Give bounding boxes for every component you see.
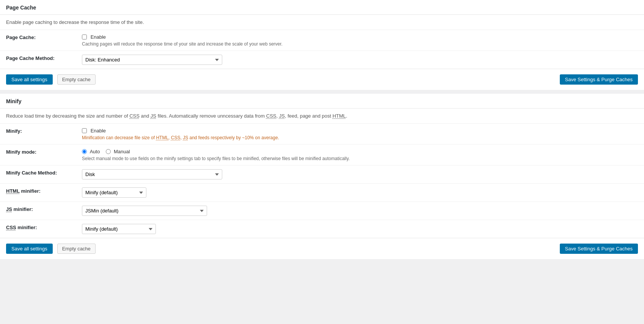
minify-checkbox[interactable] (82, 128, 87, 133)
css-label-2: CSS (266, 113, 276, 119)
css-minifier-label: CSS minifier: (6, 224, 82, 230)
page-cache-checkbox-label[interactable]: Enable (82, 34, 106, 39)
html-minifier-label: HTML minifier: (6, 187, 82, 194)
js-minifier-control: JSMin (default) Google Closure Compiler … (82, 206, 638, 216)
html-label-2: HTML (156, 135, 168, 140)
page-cache-method-row: Page Cache Method: Disk: Enhanced Disk O… (0, 50, 644, 69)
page-cache-enable-description: Caching pages will reduce the response t… (82, 41, 638, 47)
toolbar-bottom-left: Save all settings Empty cache (6, 244, 96, 254)
page-cache-method-select[interactable]: Disk: Enhanced Disk Opcode: APC Opcode: … (82, 55, 222, 65)
js-label-1: JS (151, 113, 156, 119)
html-minifier-control: Minify (default) None (82, 187, 638, 198)
css-minifier-row: CSS minifier: Minify (default) None (0, 220, 644, 238)
empty-cache-button-bottom[interactable]: Empty cache (57, 244, 96, 254)
minify-mode-row: Minify mode: Auto Manual Select manual m… (0, 144, 644, 165)
js-minifier-row: JS minifier: JSMin (default) Google Clos… (0, 201, 644, 220)
minify-checkbox-label[interactable]: Enable (82, 127, 106, 133)
save-all-settings-button-bottom[interactable]: Save all settings (6, 244, 53, 254)
page-cache-checkbox[interactable] (82, 35, 87, 39)
css-label-1: CSS (129, 113, 140, 119)
css-minifier-control: Minify (default) None (82, 224, 638, 234)
page-cache-label: Page Cache: (6, 34, 82, 40)
minify-enable-control: Enable Minification can decrease file si… (82, 127, 638, 140)
page-cache-control: Enable Caching pages will reduce the res… (82, 34, 638, 47)
minify-label: Minify: (6, 127, 82, 134)
save-purge-button-bottom[interactable]: Save Settings & Purge Caches (560, 244, 638, 254)
page-cache-description: Enable page caching to decrease the resp… (0, 15, 644, 30)
minify-mode-auto-text: Auto (90, 149, 100, 154)
html-minifier-row: HTML minifier: Minify (default) None (0, 183, 644, 201)
page-cache-enable-text: Enable (91, 34, 106, 40)
minify-title: Minify (0, 94, 644, 109)
page-cache-row: Page Cache: Enable Caching pages will re… (0, 30, 644, 50)
save-all-settings-button-top[interactable]: Save all settings (6, 74, 53, 85)
minify-mode-control: Auto Manual Select manual mode to use fi… (82, 148, 638, 161)
js-minifier-label: JS minifier: (6, 206, 82, 212)
minify-enable-row: Minify: Enable Minification can decrease… (0, 123, 644, 144)
js-label-4: JS (6, 206, 12, 212)
toolbar-top: Save all settings Empty cache Save Setti… (0, 69, 644, 90)
minify-cache-method-row: Minify Cache Method: Disk Memcached Redi… (0, 165, 644, 183)
js-label-2: JS (279, 113, 285, 119)
js-label-3: JS (183, 135, 188, 140)
toolbar-top-left: Save all settings Empty cache (6, 74, 96, 85)
minify-mode-description: Select manual mode to use fields on the … (82, 156, 638, 161)
minify-cache-method-select[interactable]: Disk Memcached Redis (82, 169, 222, 179)
css-minifier-select[interactable]: Minify (default) None (82, 224, 156, 234)
minify-cache-method-control: Disk Memcached Redis (82, 169, 638, 179)
page-cache-title: Page Cache (0, 0, 644, 15)
html-minifier-select[interactable]: Minify (default) None (82, 187, 146, 198)
minify-mode-manual-radio[interactable] (106, 149, 111, 154)
minify-enable-text: Enable (91, 128, 106, 134)
minify-mode-radio-group: Auto Manual (82, 148, 638, 154)
toolbar-bottom: Save all settings Empty cache Save Setti… (0, 238, 644, 259)
minify-mode-auto-radio[interactable] (82, 149, 87, 154)
html-label-1: HTML (333, 113, 346, 119)
minify-mode-manual-label[interactable]: Manual (106, 148, 130, 154)
page-cache-method-label: Page Cache Method: (6, 55, 82, 61)
html-label-3: HTML (6, 188, 20, 194)
css-label-3: CSS (171, 135, 181, 140)
css-label-4: CSS (6, 225, 16, 230)
minify-cache-method-label: Minify Cache Method: (6, 169, 82, 176)
minify-mode-auto-label[interactable]: Auto (82, 148, 100, 154)
minify-enable-description: Minification can decrease file size of H… (82, 135, 638, 140)
save-purge-button-top[interactable]: Save Settings & Purge Caches (560, 74, 638, 85)
page-cache-method-control: Disk: Enhanced Disk Opcode: APC Opcode: … (82, 55, 638, 65)
section-divider (0, 90, 644, 94)
minify-mode-manual-text: Manual (114, 149, 130, 154)
empty-cache-button-top[interactable]: Empty cache (57, 74, 96, 85)
minify-mode-label: Minify mode: (6, 148, 82, 155)
js-minifier-select[interactable]: JSMin (default) Google Closure Compiler … (82, 206, 207, 216)
minify-description: Reduce load time by decreasing the size … (0, 109, 644, 123)
